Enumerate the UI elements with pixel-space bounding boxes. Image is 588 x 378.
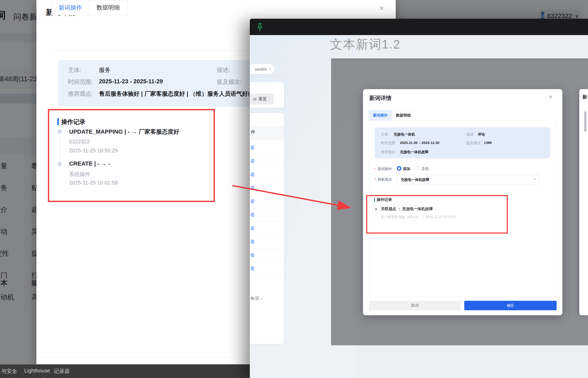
pinned-screenshot-window: 文本新词1.2 ser001 ∨ ⟳ 重置 作 看 看 看 看: [250, 19, 588, 378]
side-dialog-sliver: 新: [579, 89, 588, 315]
radio-add[interactable]: [397, 166, 401, 171]
range-value: 2025.11.30 – 2025.12.30: [400, 141, 439, 145]
log-entry-time: 2025-11-25 18:55:29: [69, 148, 118, 154]
section-accent-bar: [374, 198, 375, 202]
subject-label: 主体:: [381, 132, 389, 137]
dialog-title: 新词详情: [369, 94, 391, 102]
chevron-down-icon: ∨: [533, 177, 536, 181]
log-entry-operator: 系统操作: [69, 171, 90, 178]
page-size-label: 条/页: [250, 296, 259, 301]
arrow-down-icon[interactable]: ↓: [43, 376, 45, 378]
list-item: 看: [250, 168, 284, 181]
log-entry-action: UPDATE_MAPPING | - → 厂家客服态度好: [69, 128, 179, 136]
required-mark: *: [375, 178, 376, 182]
devtools-tab-recorder[interactable]: 记录器: [54, 368, 70, 375]
view-link[interactable]: 看: [250, 158, 255, 164]
user-dropdown[interactable]: ser001 ∨: [250, 64, 275, 74]
mapping-select[interactable]: 充放电一体机故障 ∨: [396, 175, 540, 184]
view-link[interactable]: 看: [250, 185, 255, 191]
log-entry-action: CREATE | - → -: [69, 160, 110, 167]
list-item: 看: [250, 248, 284, 262]
tab-word-actions[interactable]: 新词操作: [52, 0, 89, 15]
subject-value: 服务: [99, 66, 111, 74]
mapping-select-value: 充放电一体机故障: [401, 177, 429, 182]
list-item: 看: [250, 221, 284, 235]
range-label: 时间范围:: [381, 141, 396, 146]
opinion-label: 推荐观点:: [68, 90, 93, 98]
view-link[interactable]: 看: [250, 198, 255, 205]
page-size-select[interactable]: 条/页 ∨: [250, 296, 262, 301]
log-entry: 关联观点 ： 充放电一体机故障: [381, 206, 433, 211]
log-entry-meta: 客户管理部-陈超（60114） ｜ 2025.11.10 22:00:00: [381, 215, 456, 219]
tab-data-detail[interactable]: 数据明细: [392, 110, 415, 121]
desc-label: 描述:: [466, 132, 475, 137]
tab-data-detail[interactable]: 数据明细: [89, 0, 127, 15]
close-icon[interactable]: ×: [379, 4, 384, 12]
view-link[interactable]: 看: [250, 239, 255, 245]
subject-label: 主体:: [68, 66, 81, 74]
list-item: 看: [250, 195, 284, 208]
list-item: 看: [250, 235, 284, 249]
chevron-down-icon: ∨: [269, 67, 271, 71]
tab-word-actions[interactable]: 新词操作: [369, 110, 392, 121]
word-action-label: 新词操作: [378, 167, 392, 171]
list-item: 看: [250, 141, 284, 154]
screenshot-word-detail-dialog: 新词详情 × 新词操作 数据明细 主体: 充放电一体机 描述: 评论 时间范围:…: [363, 89, 562, 315]
list-item: 看: [250, 208, 284, 222]
operation-log-title: 操作记录: [377, 197, 392, 202]
confirm-button[interactable]: 确定: [464, 301, 557, 310]
radio-add-label[interactable]: 添加: [403, 167, 410, 171]
timeline-dot: [58, 129, 62, 134]
radio-discard[interactable]: [416, 166, 419, 170]
list-item: 看: [250, 181, 284, 195]
divider: [250, 77, 284, 77]
log-entry-time: 2025-11-25 10:01:58: [69, 180, 118, 186]
freq-value: 1399: [484, 141, 492, 145]
range-value: 2025-11-23 - 2025-11-29: [99, 78, 163, 85]
chevron-down-icon: ∨: [260, 297, 262, 300]
reset-button[interactable]: ⟳ 重置: [250, 94, 274, 105]
timeline-dot: [58, 162, 62, 166]
view-link[interactable]: 看: [250, 212, 255, 218]
side-dialog-title-fragment: 新: [582, 94, 587, 100]
devtools-tab-security[interactable]: 与安全: [1, 368, 17, 375]
cancel-button[interactable]: 取消: [369, 301, 461, 310]
close-icon[interactable]: ×: [549, 94, 552, 100]
freq-label: 提及频次:: [217, 78, 242, 86]
screenshot-heading: 文本新词1.2: [330, 36, 400, 53]
view-link[interactable]: 看: [250, 172, 255, 178]
view-link[interactable]: 看: [250, 252, 255, 258]
dialog-footer-divider: [363, 297, 562, 297]
pushpin-icon[interactable]: [257, 23, 263, 32]
mapping-label: 映射观点: [378, 177, 392, 182]
list-item: 看: [250, 262, 284, 275]
view-link[interactable]: 看: [250, 266, 255, 272]
screenshot-content: 文本新词1.2 ser001 ∨ ⟳ 重置 作 看 看 看 看: [250, 35, 588, 378]
list-item: 看: [250, 154, 284, 168]
operation-log-title: 操作记录: [61, 118, 85, 126]
list-column-header: 作: [251, 129, 255, 135]
pin-window-titlebar[interactable]: [250, 19, 588, 35]
view-link[interactable]: 看: [250, 225, 255, 231]
freq-label: 提及频次:: [466, 141, 482, 146]
scrollbar-thumb[interactable]: [584, 111, 586, 132]
word-info-card: 主体: 充放电一体机 描述: 评论 时间范围: 2025.11.30 – 202…: [375, 127, 550, 158]
subject-value: 充放电一体机: [394, 132, 415, 137]
opinion-value: 售后服务体验好 | 厂家客服态度好 | （维）服务人员语气好/态: [99, 90, 255, 98]
bullet-dot: [375, 208, 377, 210]
log-entry-operator: 6322322: [69, 139, 90, 145]
screenshot-body: 文本新词1.2 ser001 ∨ ⟳ 重置 作 看 看 看 看: [250, 35, 588, 378]
radio-discard-label[interactable]: 弃用: [422, 167, 429, 171]
required-mark: *: [375, 167, 376, 171]
desc-label: 描述:: [217, 66, 230, 74]
opinion-label: 推荐观点:: [381, 150, 396, 154]
screen: 词 问卷新 U 6322322 ∨ 第48周(11-23 ~ 本 描 量 攀 务…: [0, 0, 588, 378]
desc-value: 评论: [478, 132, 485, 137]
view-link[interactable]: 看: [250, 145, 255, 151]
refresh-icon: ⟳: [253, 97, 257, 102]
user-dropdown-value: ser001: [255, 67, 267, 71]
arrow-up-icon[interactable]: ↑: [11, 376, 14, 378]
devtools-tab-lighthouse[interactable]: Lighthouse: [24, 368, 50, 374]
opinion-value: 充放电一体机故障: [400, 150, 428, 154]
timeline-line: [59, 134, 60, 164]
